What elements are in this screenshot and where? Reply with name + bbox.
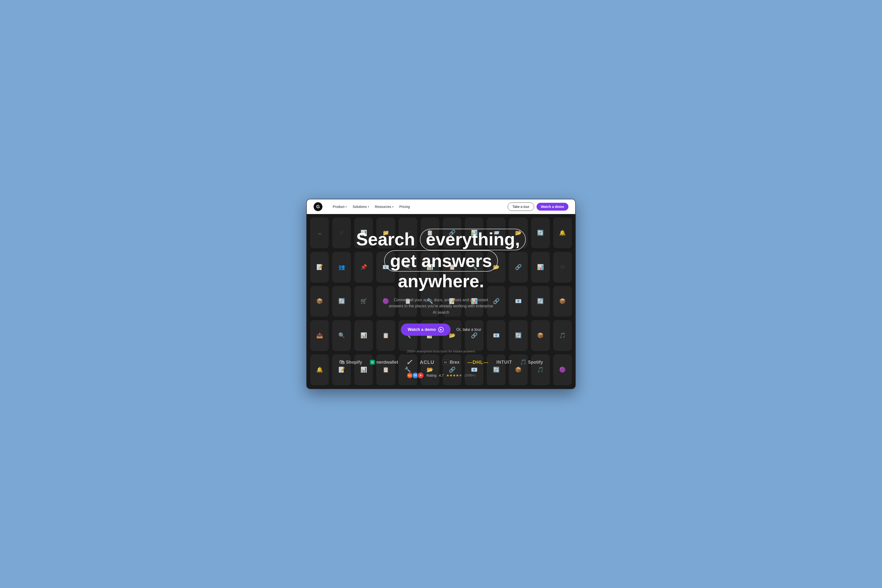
brand-logo-row: 🛍 Shopify N nerdwallet ✓ ACLU ▭ Brex [339, 358, 543, 367]
app-icon-cell: ✉ [553, 252, 572, 283]
nav-item-pricing[interactable]: Pricing [397, 203, 412, 210]
watch-demo-hero-button[interactable]: Watch a demo ▶ [401, 324, 451, 336]
hero-subtitle: Connect all your apps, docs, and chats a… [387, 297, 495, 316]
nav-item-solutions[interactable]: Solutions ▾ [350, 203, 371, 210]
nerdwallet-icon: N [370, 360, 375, 364]
browser-frame: G Product ▾ Solutions ▾ Resources ▾ Pric… [306, 199, 576, 389]
take-tour-hero-button[interactable]: Or, take a tour [457, 327, 481, 332]
trust-section: 2500+ enterprises trust Guru for instant… [339, 350, 543, 379]
spotify-icon: 🎵 [520, 359, 526, 365]
app-icon-cell: 🎵 [553, 320, 572, 351]
brand-shopify: 🛍 Shopify [339, 359, 362, 365]
hero-heading: Search everything, get answers anywhere. [346, 229, 536, 291]
nav-item-product[interactable]: Product ▾ [330, 203, 349, 210]
play-icon: ▶ [438, 327, 444, 332]
brand-nike: ✓ [406, 358, 412, 367]
shopify-icon: 🛍 [339, 359, 344, 365]
nav-cta: Take a tour Watch a demo [508, 202, 568, 211]
brand-nerdwallet: N nerdwallet [370, 360, 398, 365]
app-icon-cell: 🔔 [553, 218, 572, 248]
rating-row: G2 TR ➤ Rating 4.7 ★★★★★ (2000+) [339, 372, 543, 379]
hero-text-search: Search [356, 230, 415, 249]
watch-demo-nav-button[interactable]: Watch a demo [536, 203, 568, 211]
hero-text-anywhere: anywhere. [398, 272, 484, 291]
rating-badges: G2 TR ➤ [406, 372, 424, 379]
app-icon-cell: 🟣 [553, 354, 572, 385]
brand-brex: ▭ Brex [442, 360, 460, 365]
brand-spotify: 🎵 Spotify [520, 359, 543, 365]
app-icon-cell: 📝 [310, 252, 329, 283]
hero-pill-get-answers: get answers [384, 250, 498, 272]
brand-aclu: ACLU [420, 360, 434, 365]
brand-logo[interactable]: G [314, 202, 322, 211]
app-icon-cell: 📦 [553, 286, 572, 317]
nav-links: Product ▾ Solutions ▾ Resources ▾ Pricin… [330, 203, 500, 210]
navbar: G Product ▾ Solutions ▾ Resources ▾ Pric… [307, 200, 575, 214]
brand-intuit: INTUIT [496, 360, 512, 365]
star-rating: ★★★★★ [446, 373, 462, 378]
brand-dhl: —DHL— [467, 360, 488, 365]
app-icon-cell: 🔔 [310, 354, 329, 385]
hero-content: Search everything, get answers anywhere.… [346, 229, 536, 349]
chevron-down-icon: ▾ [368, 206, 369, 208]
hero-pill-everything: everything, [420, 229, 526, 250]
hero-actions: Watch a demo ▶ Or, take a tour [346, 324, 536, 336]
chevron-down-icon: ▾ [392, 206, 394, 208]
take-tour-button[interactable]: Take a tour [508, 202, 534, 211]
chevron-down-icon: ▾ [346, 206, 347, 208]
app-icon-cell: ☁ [310, 218, 329, 248]
rating-count: (2000+) [464, 374, 476, 377]
nav-item-resources[interactable]: Resources ▾ [373, 203, 396, 210]
send-badge: ➤ [417, 372, 424, 379]
rating-label: Rating [427, 374, 436, 377]
app-icon-cell: 📦 [310, 286, 329, 317]
rating-value: 4.7 [439, 374, 443, 377]
app-icon-cell: 📤 [310, 320, 329, 351]
trust-tagline: 2500+ enterprises trust Guru for instant… [339, 350, 543, 353]
hero-section: ☁#📊📁✉📋🔗📊📨📂🔄🔔📝👥📌📧🔍📊📋🔧📂🔗📊✉📦🔄🛒🟣📋🔧📝📊🔗📧🔄📦📤🔍📊📋… [307, 214, 575, 388]
